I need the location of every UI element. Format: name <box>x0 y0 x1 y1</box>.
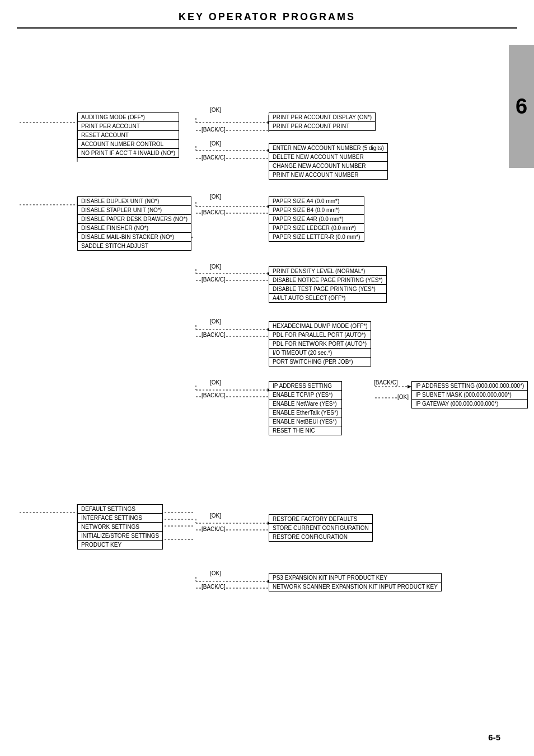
backc-label-5b: [BACK/C] <box>374 379 398 386</box>
backc-label-7: [BACK/C] <box>202 584 226 590</box>
ok-label-1: [OK] <box>210 107 221 113</box>
disable-mailbin: DISABLE MAIL-BIN STACKER (NO*) <box>78 233 191 242</box>
section-number: 6 <box>516 95 527 119</box>
backc-label-5: [BACK/C] <box>202 392 226 398</box>
backc-label-4: [BACK/C] <box>202 332 226 338</box>
no-print-invalid: NO PRINT IF ACC'T # INVALID (NO*) <box>78 149 179 157</box>
paper-a4: PAPER SIZE A4 (0.0 mm*) <box>269 197 364 206</box>
ok-label-5b: [OK] <box>397 394 409 400</box>
backc-label-2: [BACK/C] <box>202 209 226 215</box>
disable-paper-desk: DISABLE PAPER DESK DRAWERS (NO*) <box>78 215 191 224</box>
auditing-mode: AUDITING MODE (OFF*) <box>78 113 179 122</box>
account-number-control: ACCOUNT NUMBER CONTROL <box>78 140 179 149</box>
ip-gateway: IP GATEWAY (000.000.000.000*) <box>412 400 527 408</box>
ok-label-4: [OK] <box>210 318 221 325</box>
page-title: KEY OPERATOR PROGRAMS <box>17 11 517 29</box>
disable-duplex: DISABLE DUPLEX UNIT (NO*) <box>78 197 191 206</box>
print-per-account-print: PRINT PER ACCOUNT PRINT <box>269 122 375 130</box>
ok-label-2: [OK] <box>210 194 221 200</box>
ip-subnet-mask: IP SUBNET MASK (000.000.000.000*) <box>412 391 527 400</box>
product-key: PRODUCT KEY <box>78 541 162 549</box>
disable-stapler: DISABLE STAPLER UNIT (NO*) <box>78 206 191 215</box>
io-timeout: I/O TIMEOUT (20 sec.*) <box>269 349 371 358</box>
reset-nic: RESET THE NIC <box>269 426 341 435</box>
saddle-stitch: SADDLE STITCH ADJUST <box>78 242 191 250</box>
paper-ledger: PAPER SIZE LEDGER (0.0 mm*) <box>269 224 364 233</box>
paper-letter-r: PAPER SIZE LETTER-R (0.0 mm*) <box>269 233 364 241</box>
print-new-account: PRINT NEW ACCOUNT NUMBER <box>269 171 387 179</box>
a4lt-auto: A4/LT AUTO SELECT (OFF*) <box>269 294 386 302</box>
diagram-area: [OK] AUDITING MODE (OFF*) PRINT PER ACCO… <box>17 40 517 711</box>
delete-new-account: DELETE NEW ACCOUNT NUMBER <box>269 153 387 162</box>
ip-address-setting: IP ADDRESS SETTING <box>269 382 341 391</box>
section-tab: 6 <box>509 45 534 168</box>
ok-label-3: [OK] <box>210 264 221 270</box>
print-per-account-display: PRINT PER ACCOUNT DISPLAY (ON*) <box>269 113 375 122</box>
page-container: KEY OPERATOR PROGRAMS <box>0 0 534 756</box>
page-number: 6-5 <box>488 732 500 742</box>
initialize-store: INITIALIZE/STORE SETTINGS <box>78 532 162 541</box>
change-new-account: CHANGE NEW ACCOUNT NUMBER <box>269 162 387 171</box>
enable-tcpip: ENABLE TCP/IP (YES*) <box>269 391 341 400</box>
port-switching: PORT SWITCHING (PER JOB*) <box>269 358 371 366</box>
pdl-network: PDL FOR NETWORK PORT (AUTO*) <box>269 340 371 349</box>
backc-label-1b: [BACK/C] <box>202 154 226 161</box>
backc-label-1: [BACK/C] <box>202 126 226 133</box>
enable-ethertalk: ENABLE EtherTalk (YES*) <box>269 408 341 417</box>
enter-new-account: ENTER NEW ACCOUNT NUMBER (5 digits) <box>269 144 387 153</box>
default-settings: DEFAULT SETTINGS <box>78 505 162 514</box>
svg-marker-46 <box>407 385 411 388</box>
print-per-account: PRINT PER ACCOUNT <box>78 122 179 131</box>
backc-label-3: [BACK/C] <box>202 276 226 283</box>
ps3-expansion: PS3 EXPANSION KIT INPUT PRODUCT KEY <box>269 574 441 583</box>
ok-label-5: [OK] <box>210 379 221 386</box>
disable-finisher: DISABLE FINISHER (NO*) <box>78 224 191 233</box>
paper-b4: PAPER SIZE B4 (0.0 mm*) <box>269 206 364 215</box>
backc-label-6: [BACK/C] <box>202 526 226 532</box>
store-current: STORE CURRENT CONFIGURATION <box>269 524 372 533</box>
enable-netware: ENABLE NetWare (YES*) <box>269 400 341 408</box>
paper-a4r: PAPER SIZE A4R (0.0 mm*) <box>269 215 364 224</box>
pdl-parallel: PDL FOR PARALLEL PORT (AUTO*) <box>269 331 371 340</box>
ok-label-6: [OK] <box>210 513 221 519</box>
network-scanner: NETWORK SCANNER EXPANSTION KIT INPUT PRO… <box>269 583 441 591</box>
ip-address-setting-val: IP ADDRESS SETTING (000.000.000.000*) <box>412 382 527 391</box>
restore-factory: RESTORE FACTORY DEFAULTS <box>269 515 372 524</box>
interface-settings: INTERFACE SETTINGS <box>78 514 162 523</box>
restore-config: RESTORE CONFIGURATION <box>269 533 372 541</box>
ok-label-7: [OK] <box>210 570 221 576</box>
ok-label-1b: [OK] <box>210 140 221 147</box>
disable-notice: DISABLE NOTICE PAGE PRINTING (YES*) <box>269 276 386 285</box>
network-settings: NETWORK SETTINGS <box>78 523 162 532</box>
disable-test: DISABLE TEST PAGE PRINTING (YES*) <box>269 285 386 294</box>
enable-netbeui: ENABLE NetBEUI (YES*) <box>269 417 341 426</box>
reset-account: RESET ACCOUNT <box>78 131 179 140</box>
print-density: PRINT DENSITY LEVEL (NORMAL*) <box>269 267 386 276</box>
hex-dump: HEXADECIMAL DUMP MODE (OFF*) <box>269 322 371 331</box>
